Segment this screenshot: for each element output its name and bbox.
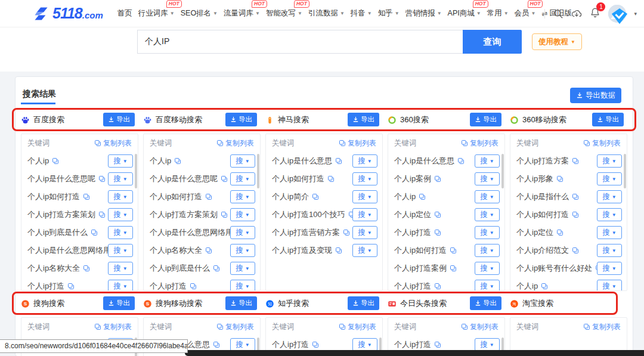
user-menu-caret-icon[interactable]: ▾ [634,11,637,17]
copy-icon[interactable] [457,157,465,165]
nav-item-首页[interactable]: 首页 [117,6,132,21]
copy-icon[interactable] [348,211,352,218]
keyword-search-button[interactable]: 搜▼ [597,280,622,291]
nav-item-会员[interactable]: 会员▼HOT [515,6,536,21]
copy-list-button-baidu[interactable]: 复制列表 [94,138,132,148]
copy-icon[interactable] [556,175,564,182]
keyword-search-button[interactable]: 搜▼ [230,244,255,257]
copy-icon[interactable] [450,247,457,254]
nav-item-常用[interactable]: 常用▼ [487,6,509,21]
keyword-search-button[interactable]: 搜▼ [475,262,500,275]
keyword-search-button[interactable]: 搜▼ [230,280,255,291]
export-data-button[interactable]: 导出数据 [570,88,621,103]
export-button-baidu[interactable]: 导出 [103,113,135,126]
copy-icon[interactable] [312,193,319,200]
keyword-search-button[interactable]: 搜▼ [108,172,133,185]
export-button-zhihu[interactable]: 导出 [348,296,379,310]
copy-icon[interactable] [335,247,342,254]
nav-item-API商城[interactable]: API商城▼HOT [448,6,481,21]
export-button-360[interactable]: 导出 [470,113,501,126]
keyword-search-button[interactable]: 搜▼ [352,226,377,239]
copy-icon[interactable] [190,283,197,290]
copy-icon[interactable] [52,157,59,165]
keyword-search-button[interactable]: 搜▼ [108,208,133,221]
copy-icon[interactable] [419,193,426,200]
keyword-search-button[interactable]: 搜▼ [108,154,133,168]
keyword-search-button[interactable]: 搜▼ [597,172,622,185]
keyword-search-button[interactable]: 搜▼ [108,226,133,239]
copy-icon[interactable] [98,175,106,182]
copy-icon[interactable] [450,265,457,272]
search-icon[interactable] [553,8,564,19]
keyword-search-button[interactable]: 搜▼ [230,190,255,203]
keyword-search-button[interactable]: 搜▼ [475,280,500,291]
keyword-search-button[interactable]: 搜▼ [597,262,622,275]
site-logo[interactable]: 5118 .com [32,5,103,22]
keyword-search-button[interactable]: 搜▼ [230,208,255,221]
copy-icon[interactable] [434,211,441,218]
copy-list-button-zhihu[interactable]: 复制列表 [339,322,376,332]
export-button-sogou-mobile[interactable]: 导出 [225,296,257,310]
nav-item-SEO排名[interactable]: SEO排名▼ [181,6,218,21]
keyword-search-button[interactable]: 搜▼ [230,154,255,168]
keyword-search-button[interactable]: 搜▼ [475,172,500,185]
keyword-search-button[interactable]: 搜▼ [352,172,377,185]
keyword-search-button[interactable]: 搜▼ [475,226,500,239]
notification-bell[interactable]: 1 [590,7,600,20]
copy-icon[interactable] [312,341,319,348]
nav-item-智能改写[interactable]: 智能改写▼HOT [266,6,302,21]
keyword-search-button[interactable]: 搜▼ [352,244,377,257]
scrollbar-thumb[interactable] [257,154,259,188]
scrollbar-thumb[interactable] [135,154,137,188]
copy-icon[interactable] [434,229,441,236]
tutorial-button[interactable]: 使用教程 ▼ [532,33,582,50]
copy-icon[interactable] [213,265,220,272]
export-button-baidu-mobile[interactable]: 导出 [225,113,257,126]
copy-icon[interactable] [205,247,212,254]
keyword-search-button[interactable]: 搜▼ [475,190,500,203]
scrollbar-thumb[interactable] [624,154,626,188]
copy-icon[interactable] [174,157,181,165]
keyword-search-button[interactable]: 搜▼ [352,208,377,221]
keyword-search-button[interactable]: 搜▼ [475,208,500,221]
nav-item-引流数据[interactable]: 引流数据▼ [308,6,345,21]
copy-icon[interactable] [434,175,441,182]
keyword-search-button[interactable]: 搜▼ [108,280,133,291]
export-button-sogou[interactable]: 导出 [103,296,135,310]
copy-icon[interactable] [205,193,212,200]
query-button[interactable]: 查询 [463,30,522,54]
copy-icon[interactable] [434,341,441,348]
cloud-download-icon[interactable] [571,8,582,19]
keyword-search-input[interactable] [137,30,463,54]
copy-icon[interactable] [434,283,441,290]
keyword-search-button[interactable]: 搜▼ [230,226,255,239]
keyword-search-button[interactable]: 搜▼ [597,190,622,203]
keyword-search-button[interactable]: 搜▼ [597,226,622,239]
export-button-360-mobile[interactable]: 导出 [592,113,624,126]
copy-icon[interactable] [98,211,106,218]
copy-icon[interactable] [91,229,98,236]
nav-item-营销情报[interactable]: 营销情报▼ [405,6,442,21]
copy-icon[interactable] [572,193,579,200]
copy-list-button-taobao[interactable]: 复制列表 [583,322,621,332]
copy-icon[interactable] [221,175,228,182]
keyword-search-button[interactable]: 搜▼ [597,154,622,168]
copy-icon[interactable] [67,283,75,290]
keyword-search-button[interactable]: 搜▼ [108,262,133,275]
keyword-search-button[interactable]: 搜▼ [230,172,255,185]
user-avatar[interactable] [608,5,626,23]
copy-icon[interactable] [572,247,579,254]
copy-list-button-360-mobile[interactable]: 复制列表 [583,138,621,148]
keyword-search-button[interactable]: 搜▼ [597,244,622,257]
keyword-search-button[interactable]: 搜▼ [230,338,255,351]
copy-icon[interactable] [556,229,564,236]
copy-list-button-toutiao[interactable]: 复制列表 [461,322,499,332]
copy-icon[interactable] [541,283,548,290]
keyword-search-button[interactable]: 搜▼ [230,262,255,275]
keyword-search-button[interactable]: 搜▼ [475,154,500,168]
export-button-toutiao[interactable]: 导出 [470,296,501,310]
copy-icon[interactable] [327,175,335,182]
copy-list-button-sogou[interactable]: 复制列表 [94,322,132,332]
tab-search-results[interactable]: 搜索结果 [23,89,56,100]
keyword-search-button[interactable]: 搜▼ [475,244,500,257]
